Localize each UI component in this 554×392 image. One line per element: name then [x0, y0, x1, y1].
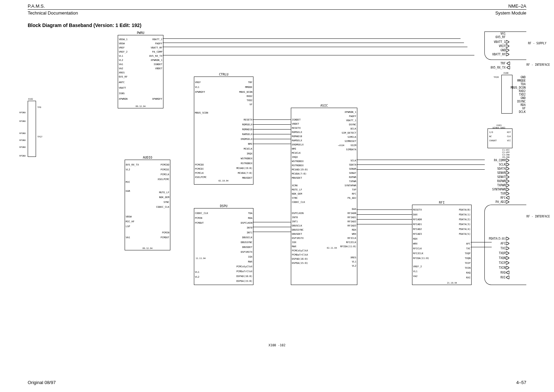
ctrlu-rp17: RSTROBEX	[241, 162, 252, 165]
wire-dspu-asic-1	[253, 222, 291, 222]
asic-rp31: RFIDA(11:0)	[340, 245, 356, 248]
asic-rp20: PA_ADJ	[348, 197, 356, 199]
ctrlu-rp9: ROMSELX	[242, 123, 252, 126]
tri-8v5	[507, 66, 510, 69]
dspu-lp2: PCMOUT	[195, 222, 204, 224]
rfi-rp14: RXI	[466, 276, 471, 279]
dspu-lp1: PCMIN	[195, 217, 202, 220]
audio-rp6: MUTE_LF	[159, 191, 169, 194]
rfi-lp13: VA2	[413, 275, 418, 278]
asic-rp7: SIMRESET	[345, 140, 356, 143]
asic-lp34: PCMCoSyClkX	[292, 249, 308, 252]
tri-rs-2	[506, 41, 509, 43]
dspu-rp9: IOX	[248, 256, 252, 258]
rfib-5: RXPWR	[497, 180, 506, 183]
tri-b-10	[506, 201, 509, 203]
rfi-lp11: VREF_2	[413, 265, 422, 268]
x100-r3: MBUS_DCON	[511, 86, 526, 89]
rfi-rp4: PDATA(4)	[459, 228, 471, 231]
rf-iface-bottom: RF - INTERFACE	[527, 215, 550, 218]
pwru-lp9: 6V5_RF	[119, 75, 127, 78]
x102-g5: RFGND	[19, 146, 26, 148]
block-asic: ASIC IGNDET VBDET RESETX ROMSELX ROMAD18…	[291, 108, 357, 285]
dspu-rp6: DBUSSYNC	[241, 241, 252, 244]
asic-lp18: MUTE_LF	[292, 188, 302, 191]
asic-lp33: RWX	[292, 245, 296, 248]
rfi-rp11: TXIP	[465, 262, 471, 265]
x102-tp0: TP9	[37, 106, 41, 108]
asic-rp25: RFIAD2	[348, 220, 356, 223]
dspu-lp11: VL1	[195, 271, 199, 274]
x100-label: X100	[503, 72, 508, 74]
asic-rp17: SYNTHPWR	[345, 184, 356, 187]
asic-title: ASIC	[319, 104, 329, 107]
asic-rp6: SIMCLK	[348, 136, 356, 139]
asic-lp5: ROMAD18	[292, 135, 302, 138]
asic-lp19: NOK_OEM	[292, 193, 302, 195]
asic-vsim-arrow: →VSIM	[338, 144, 344, 146]
rfio-3: TXQP	[499, 252, 506, 255]
audio-rp2: PCMCLK	[161, 173, 169, 176]
asic-rp23: RFIAD0	[348, 212, 356, 215]
rfs-p3: VRIF	[499, 45, 506, 48]
rfib-1: SCLK	[499, 163, 506, 166]
ctrlu-rp18: MCUAD(19:0)	[236, 167, 252, 170]
wire-rfi-out-2	[471, 247, 492, 247]
ctrlu-rp5: VF	[250, 103, 252, 106]
x100-r6: GND	[521, 97, 526, 100]
header-pams: P.A.M.S.	[28, 3, 45, 9]
pwru-lp11: VBATT	[119, 87, 126, 89]
ctrlu-lp7: MBUS_SCON	[195, 112, 208, 114]
dspu-title: DSPU	[218, 204, 229, 208]
rfi-rp7: AFC	[466, 242, 471, 245]
asic-rp9: SIMDATA	[346, 148, 356, 151]
asic-rp26: RFIAD3	[348, 224, 356, 227]
tri-b-9	[506, 196, 509, 199]
dspu-date: 11.11.94	[196, 257, 206, 259]
rfi-title: RFI	[438, 201, 446, 204]
rfit-p1: 8V5_RX_TX	[491, 66, 506, 69]
asic-lp13: MCUAD(19:0)	[292, 168, 308, 171]
tri-rs-5	[506, 53, 509, 56]
ctrlu-rp0: TRF	[248, 81, 252, 84]
rfi-lp7: WRX	[413, 242, 418, 245]
audio-lp0: 8V5_RX_TX	[126, 163, 139, 166]
x102-g3: RFGND	[19, 132, 26, 134]
x100-r10: DCLK	[519, 110, 526, 114]
pwru-rp1: PAOFF	[155, 42, 162, 45]
audio-rp9: CODEC_CLK	[156, 206, 169, 208]
pwru-rp3: PA_COMP	[152, 51, 162, 53]
pwru-lp5: VL2	[119, 59, 123, 62]
dspu-rp1: RDA	[248, 217, 252, 220]
x100-r5: TXD2	[519, 93, 526, 96]
wire-ctrl-asic-3	[253, 129, 291, 130]
tri-b-6	[506, 184, 509, 187]
x102-label: X102	[28, 98, 33, 100]
audio-rp0: PCMCDO	[161, 163, 169, 166]
asic-lp30: DBUSDET	[292, 233, 302, 235]
audio-title: AUDIO	[141, 156, 153, 159]
rfi-date: 21.10.94	[447, 282, 457, 284]
audio-rp3: XSELPCMC	[158, 178, 169, 181]
x103-r0: I/O	[489, 131, 493, 133]
dspu-rp4: INT1	[247, 231, 252, 234]
x102-g4: RFGND	[19, 139, 26, 141]
tri-rs-3	[506, 45, 509, 47]
asic-lp29: DBUSSYNC	[292, 229, 304, 231]
wire-top-2	[163, 43, 464, 43]
tri-pd-0	[506, 237, 509, 240]
block-audio: AUDIO 8V5_RX_TX VL2 MIC EAR VBSW MIC_HF …	[125, 160, 170, 250]
x100-r0: GND	[521, 76, 526, 79]
asic-rp13: SENAR	[349, 168, 356, 170]
dspu-rp3: INT0	[247, 226, 252, 229]
asic-rp16: TXPWR	[349, 180, 356, 183]
pwru-title: PWRU	[135, 31, 146, 35]
rfib-8: TXP	[501, 192, 506, 195]
x103-lbl: X103DCH04-S003	[493, 124, 505, 129]
rfi-lp12: VL1	[413, 270, 418, 273]
ctrlu-rp11: RAMSELX	[242, 133, 252, 136]
asic-lp37: DSPDA(15:0)	[292, 262, 308, 265]
rfi-rp10: TXQN	[465, 257, 471, 260]
diagram: PWRU VBSW_1 VBSW VREF VREF_2 VL1 VL2 VA1…	[28, 32, 526, 295]
ctrlu-lp2: XPWROFF	[195, 91, 205, 93]
